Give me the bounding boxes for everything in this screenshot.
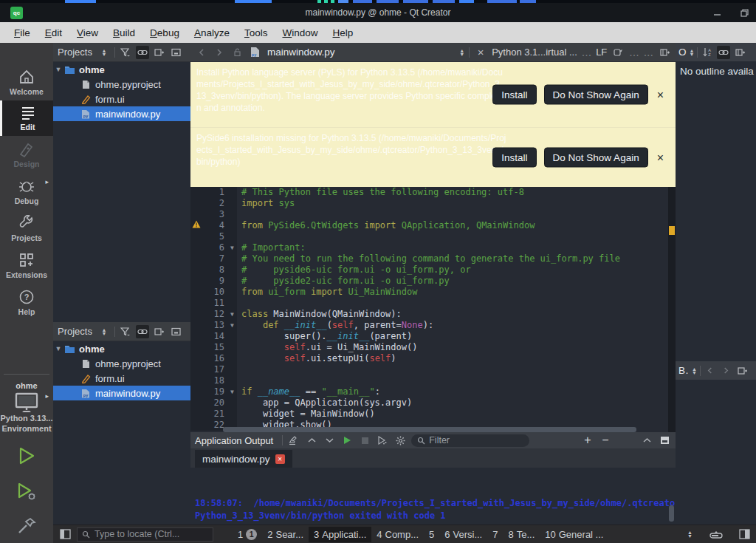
- split-add-icon[interactable]: [153, 46, 166, 59]
- outline-pane-title[interactable]: O: [678, 47, 687, 58]
- encoding-icon[interactable]: [611, 46, 625, 59]
- menu-edit[interactable]: Edit: [38, 24, 69, 41]
- horizontal-scrollbar[interactable]: [223, 427, 636, 432]
- fold-marker-icon[interactable]: ▼: [227, 320, 237, 331]
- tree-item-ohme-pyproject[interactable]: ohme.pyproject: [53, 77, 190, 92]
- tree-item-ohme[interactable]: ▼ohme: [53, 341, 190, 356]
- output-pane-button-4[interactable]: 4Comp...: [371, 527, 424, 542]
- banner-close-icon[interactable]: ×: [656, 88, 664, 101]
- do-not-show-again-button-2[interactable]: Do Not Show Again: [544, 148, 648, 168]
- expander-icon[interactable]: ▼: [53, 345, 63, 352]
- run-button[interactable]: [0, 438, 53, 474]
- stop-icon[interactable]: [358, 434, 371, 446]
- debug-button[interactable]: [0, 474, 53, 509]
- submenu-arrow-icon[interactable]: ▸: [45, 178, 49, 185]
- mode-item-edit[interactable]: Edit: [0, 100, 53, 136]
- output-pane-button-7[interactable]: 7: [487, 527, 503, 542]
- mode-item-extensions[interactable]: Extensions: [0, 247, 53, 284]
- link-with-editor-icon[interactable]: [717, 46, 730, 59]
- output-pane-button-10[interactable]: 10General ...: [540, 527, 608, 542]
- tab-close-icon[interactable]: ×: [275, 454, 285, 464]
- combo-arrows-icon[interactable]: ▲▼: [690, 49, 695, 56]
- menu-window[interactable]: Window: [275, 24, 324, 41]
- kit-selector[interactable]: ▸: [0, 392, 53, 413]
- do-not-show-again-button[interactable]: Do Not Show Again: [544, 85, 648, 105]
- close-document-icon[interactable]: ×: [474, 46, 487, 59]
- code-editor[interactable]: 1# This Python file uses the following e…: [190, 187, 676, 432]
- collapse-panel-icon[interactable]: [640, 434, 653, 446]
- output-filter-input[interactable]: Filter: [411, 434, 529, 447]
- link-icon[interactable]: [136, 46, 149, 59]
- run-icon[interactable]: [340, 434, 354, 446]
- fold-marker-icon[interactable]: ▼: [227, 386, 237, 397]
- fold-marker-icon[interactable]: ▼: [227, 242, 237, 253]
- mode-item-debug[interactable]: ▸Debug: [0, 173, 53, 210]
- install-button[interactable]: Install: [492, 85, 536, 105]
- combo-arrows-icon[interactable]: ▲▼: [692, 367, 697, 375]
- mode-item-help[interactable]: ?Help: [0, 284, 53, 321]
- mode-item-projects[interactable]: Projects: [0, 210, 53, 247]
- output-pane-button-6[interactable]: 6Versi...: [439, 527, 487, 542]
- zoom-out-icon[interactable]: −: [599, 434, 612, 447]
- gear-icon[interactable]: [394, 434, 407, 446]
- tree-item-form-ui[interactable]: form.ui: [53, 92, 190, 106]
- install-button-2[interactable]: Install: [492, 148, 536, 168]
- document-dropdown-icon[interactable]: ▲▼: [459, 49, 464, 56]
- document-type-selector[interactable]: Python 3.1...irtual ...: [492, 47, 577, 58]
- maximize-panel-icon[interactable]: [658, 434, 671, 446]
- filter-icon[interactable]: [119, 325, 132, 338]
- mode-item-welcome[interactable]: Welcome: [0, 64, 53, 100]
- prev-item-icon[interactable]: [704, 364, 717, 378]
- overflow-ellipsis-2[interactable]: ...: [629, 46, 639, 59]
- minimize-icon[interactable]: [713, 9, 721, 17]
- run-debug-icon[interactable]: [376, 434, 389, 446]
- split-add-icon[interactable]: [736, 364, 749, 378]
- menu-tools[interactable]: Tools: [238, 24, 275, 41]
- clean-icon[interactable]: [287, 434, 300, 446]
- menu-view[interactable]: View: [70, 24, 105, 41]
- progress-console-icon[interactable]: [709, 527, 724, 541]
- submenu-arrow-icon[interactable]: ▸: [45, 392, 49, 400]
- chevron-down-icon[interactable]: [323, 434, 336, 446]
- menu-build[interactable]: Build: [106, 24, 142, 41]
- overflow-ellipsis[interactable]: ...: [582, 46, 591, 59]
- menu-debug[interactable]: Debug: [143, 24, 186, 41]
- link-icon[interactable]: [136, 325, 149, 338]
- menu-help[interactable]: Help: [326, 24, 360, 41]
- pane-title[interactable]: Projects: [58, 47, 94, 58]
- menu-file[interactable]: File: [7, 24, 37, 41]
- restore-icon[interactable]: [740, 9, 749, 17]
- tree-item-form-ui[interactable]: form.ui: [53, 371, 190, 386]
- open-document-name[interactable]: mainwindow.py: [267, 47, 335, 58]
- left-sidebar-toggle-icon[interactable]: [58, 527, 72, 541]
- output-pane-button-3[interactable]: 3Applicati...: [309, 527, 371, 542]
- sort-alphabetically-icon[interactable]: AZ: [701, 46, 714, 59]
- output-pane-button-8[interactable]: 8Te...: [503, 527, 540, 542]
- pane-overflow-icon[interactable]: ▲▼: [687, 530, 693, 538]
- output-tab[interactable]: mainwindow.py ×: [195, 450, 292, 468]
- pane-title[interactable]: Projects: [58, 326, 94, 337]
- output-pane-button-1[interactable]: 11: [233, 527, 262, 542]
- application-output-text[interactable]: 18:58:07: /home/mwaniki/Documents/Projec…: [190, 468, 676, 525]
- output-pane-button-5[interactable]: 5: [424, 527, 439, 542]
- tree-item-mainwindow-py[interactable]: pymainwindow.py: [53, 106, 190, 121]
- nav-forward-icon[interactable]: [213, 46, 226, 59]
- overflow-ellipsis-3[interactable]: ...: [644, 46, 653, 59]
- split-add-icon[interactable]: [153, 325, 166, 338]
- build-button[interactable]: [0, 509, 53, 543]
- output-scrollbar[interactable]: [669, 505, 674, 522]
- tree-item-mainwindow-py[interactable]: pymainwindow.py: [53, 386, 190, 400]
- collapse-icon[interactable]: [170, 325, 183, 338]
- right-sidebar-toggle-icon[interactable]: [737, 527, 752, 541]
- split-add-icon[interactable]: [658, 46, 671, 59]
- filter-icon[interactable]: [119, 46, 132, 59]
- next-item-icon[interactable]: [720, 364, 733, 378]
- fold-marker-icon[interactable]: ▼: [227, 309, 237, 320]
- collapse-icon[interactable]: [170, 46, 183, 59]
- expander-icon[interactable]: ▼: [53, 66, 63, 73]
- locator-input[interactable]: Type to locate (Ctrl...: [77, 527, 213, 542]
- output-pane-button-2[interactable]: 2Sear...: [262, 527, 309, 542]
- bookmarks-pane-title[interactable]: B…: [678, 365, 689, 376]
- tree-item-ohme[interactable]: ▼ohme: [53, 62, 190, 77]
- menu-analyze[interactable]: Analyze: [188, 24, 236, 41]
